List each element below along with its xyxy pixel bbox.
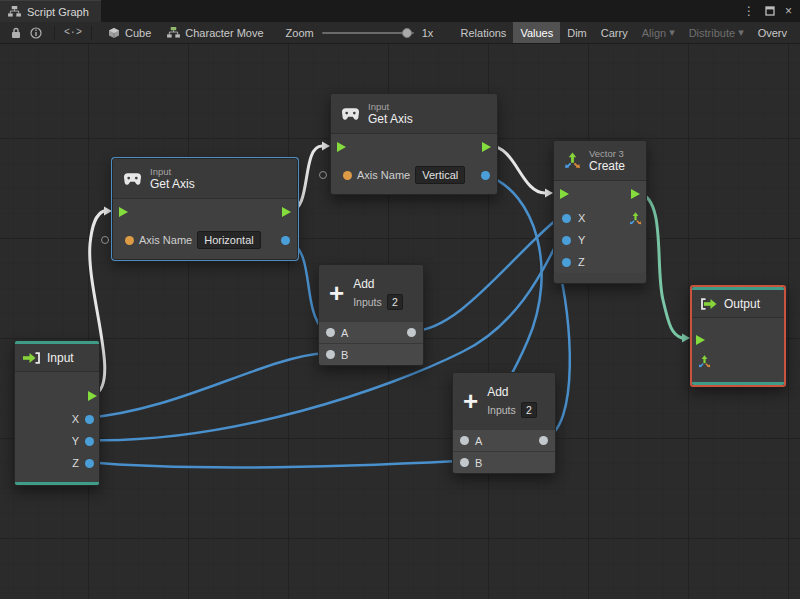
wire-flow-getaxis-v-to-vector3[interactable] [490, 146, 545, 193]
toggle-overview[interactable]: Overv [751, 22, 794, 44]
sum-output-port[interactable] [539, 436, 548, 445]
node-vector3-create[interactable]: Vector 3 Create X [553, 140, 647, 284]
node-title: Add [487, 385, 537, 400]
unconnected-port[interactable] [319, 171, 327, 179]
control-input-port[interactable] [560, 189, 569, 199]
node-graph-input[interactable]: Input X Y Z [14, 340, 100, 486]
input-port-b[interactable] [326, 350, 335, 359]
tab-script-graph[interactable]: Script Graph [0, 0, 101, 22]
object-context-button[interactable]: Cube [100, 22, 159, 44]
node-category: Input [368, 101, 413, 112]
zoom-slider[interactable] [322, 32, 414, 34]
io-accent-strip [692, 382, 784, 385]
node-title: Get Axis [150, 177, 195, 191]
vector3-output-port[interactable] [629, 211, 642, 229]
node-title: Get Axis [368, 112, 413, 126]
node-header: Output [692, 290, 784, 318]
toggle-values[interactable]: Values [513, 22, 560, 44]
input-port-b[interactable] [460, 458, 469, 467]
maximize-icon[interactable] [765, 6, 775, 16]
control-output-port[interactable] [88, 391, 97, 401]
axis-name-field[interactable]: Vertical [415, 166, 465, 184]
node-get-axis-horizontal[interactable]: Input Get Axis Axis Name Horizontal [112, 158, 298, 260]
inputs-label: Inputs [487, 404, 516, 416]
input-port-a[interactable] [460, 436, 469, 445]
node-header: Vector 3 Create [554, 141, 646, 181]
add-icon: + [463, 388, 478, 414]
window-controls: ⋮ × [735, 0, 800, 22]
vector3-input-port[interactable] [698, 354, 711, 372]
y-output-port[interactable] [85, 437, 94, 446]
node-add-bottom[interactable]: + Add Inputs 2 A B [452, 372, 556, 474]
graph-canvas[interactable]: Input Get Axis Axis Name Vertical [0, 44, 800, 599]
node-body [692, 318, 784, 382]
z-input-port[interactable] [562, 258, 571, 267]
control-output-port[interactable] [482, 142, 491, 152]
y-input-port[interactable] [562, 236, 571, 245]
close-icon[interactable]: × [785, 5, 792, 17]
node-header: Input [15, 344, 99, 372]
toggle-carry[interactable]: Carry [594, 22, 635, 44]
sum-output-port[interactable] [407, 328, 416, 337]
toggle-relations[interactable]: Relations [454, 22, 514, 44]
node-graph-output[interactable]: Output [690, 285, 786, 387]
node-header: + Add Inputs 2 [319, 265, 423, 321]
input-port-a[interactable] [326, 328, 335, 337]
node-title: Add [353, 277, 403, 292]
script-graph-window: Script Graph ⋮ × <∙> [0, 0, 800, 599]
value-output-port[interactable] [281, 236, 290, 245]
wire-data-input-x-to-add1-b[interactable] [86, 353, 324, 418]
node-title: Create [589, 159, 625, 173]
node-header: Input Get Axis [113, 159, 297, 199]
zoom-slider-handle[interactable] [402, 28, 412, 38]
inputs-label: Inputs [353, 296, 382, 308]
node-header: Input Get Axis [331, 94, 497, 134]
control-input-port[interactable] [119, 207, 128, 217]
chevron-down-icon: ▾ [738, 26, 744, 39]
vector3-icon [564, 152, 581, 169]
object-context-label: Cube [125, 27, 151, 39]
axis-name-field[interactable]: Horizontal [197, 231, 261, 249]
graph-asset-label: Character Move [185, 27, 263, 39]
x-output-port[interactable] [85, 415, 94, 424]
tab-title: Script Graph [27, 6, 89, 18]
wire-data-add1-to-vector3-x[interactable] [412, 220, 556, 331]
node-get-axis-vertical[interactable]: Input Get Axis Axis Name Vertical [330, 93, 498, 195]
lock-icon[interactable] [6, 24, 26, 42]
toggle-dim[interactable]: Dim [560, 22, 594, 44]
string-port[interactable] [125, 236, 134, 245]
wire-arrowhead [322, 142, 330, 151]
node-title: Output [724, 297, 760, 311]
chevron-down-icon: ▾ [669, 26, 675, 39]
gamepad-icon [123, 172, 142, 186]
value-output-port[interactable] [481, 171, 490, 180]
control-input-port[interactable] [337, 142, 346, 152]
control-input-port[interactable] [696, 335, 705, 345]
node-header: + Add Inputs 2 [453, 373, 555, 429]
relations-code-icon[interactable]: <∙> [63, 24, 83, 42]
tab-bar: Script Graph ⋮ × [0, 0, 800, 22]
inputs-count-field[interactable]: 2 [521, 402, 537, 418]
inputs-count-field[interactable]: 2 [387, 294, 403, 310]
wire-data-input-z-to-add2-b[interactable] [86, 461, 458, 467]
unconnected-port[interactable] [101, 236, 109, 244]
toolbar-separator [54, 26, 55, 40]
info-icon[interactable] [26, 24, 46, 42]
param-label: Axis Name [139, 234, 192, 246]
node-body: X Y Z [15, 372, 99, 482]
graph-output-icon [700, 298, 718, 310]
z-output-port[interactable] [85, 459, 94, 468]
node-category: Vector 3 [589, 148, 625, 159]
graph-asset-button[interactable]: Character Move [159, 22, 271, 44]
control-output-port[interactable] [282, 207, 291, 217]
align-dropdown[interactable]: Align ▾ [635, 22, 682, 44]
control-output-port[interactable] [631, 189, 640, 199]
param-label: Axis Name [357, 169, 410, 181]
distribute-dropdown[interactable]: Distribute ▾ [682, 22, 751, 44]
string-port[interactable] [343, 171, 352, 180]
add-icon: + [329, 280, 344, 306]
node-add-top[interactable]: + Add Inputs 2 A B [318, 264, 424, 366]
menu-icon[interactable]: ⋮ [743, 5, 755, 17]
x-input-port[interactable] [562, 214, 571, 223]
wire-arrowhead [682, 334, 690, 343]
